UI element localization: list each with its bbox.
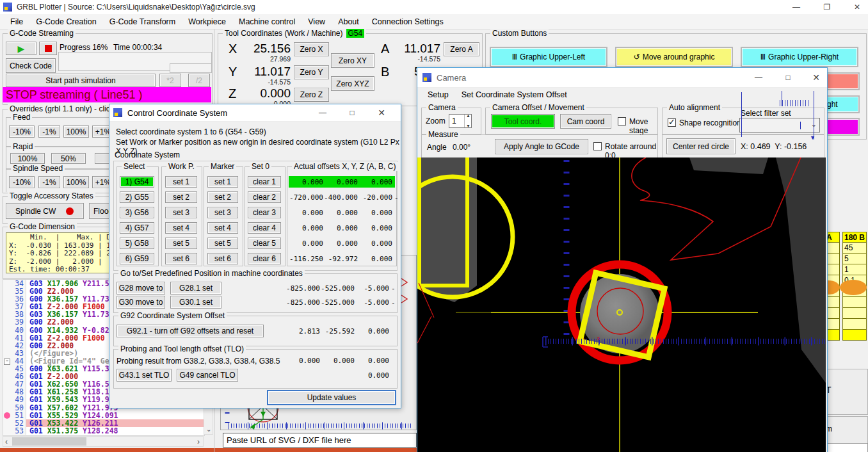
custom-button-fragment-3[interactable] xyxy=(823,118,860,136)
scroll-right-icon[interactable]: › xyxy=(197,437,200,446)
zero-x-button[interactable]: Zero X xyxy=(294,42,329,56)
custom-button-move-around-graphic[interactable]: ↺Move around graphic xyxy=(615,47,733,67)
dialog-maximize-button[interactable]: □ xyxy=(342,107,362,118)
select-4-g57[interactable]: 4) G57 xyxy=(120,222,154,234)
shape-recognition-checkbox[interactable] xyxy=(668,118,676,127)
clear-4[interactable]: clear 4 xyxy=(248,222,281,234)
start-stream-button[interactable]: ▶ xyxy=(6,42,36,55)
fold-icon[interactable]: − xyxy=(4,359,10,365)
zoom-spinner[interactable]: 1 ▲ ▼ xyxy=(449,114,472,128)
menu-machine-control[interactable]: Machine control xyxy=(232,14,301,29)
dialog-minimize-button[interactable]: — xyxy=(313,107,332,118)
filter-set-dropdown[interactable]: ⌄ xyxy=(739,118,820,133)
camera-minimize-button[interactable]: — xyxy=(749,72,768,83)
apply-angle-button[interactable]: Apply Angle to GCode xyxy=(495,139,588,154)
speed-x2-button[interactable]: *2 xyxy=(159,74,181,87)
spindle-100-button[interactable]: 100% xyxy=(63,176,89,188)
camera-maximize-button[interactable]: □ xyxy=(778,72,798,83)
marker-set-3[interactable]: set 3 xyxy=(207,207,238,218)
spindle-cw-button[interactable]: Spindle CW xyxy=(6,203,84,219)
center-red-circle-button[interactable]: Center red circle xyxy=(666,138,735,154)
menu-workpiece[interactable]: Workpiece xyxy=(182,14,232,29)
marker-set-1[interactable]: set 1 xyxy=(207,176,238,188)
spindle-minus1-button[interactable]: -1% xyxy=(38,176,60,188)
spinner-up-icon[interactable]: ▲ xyxy=(466,113,470,118)
g28-move-to-button[interactable]: G28 move to xyxy=(117,282,165,295)
clear-5[interactable]: clear 5 xyxy=(248,238,281,249)
menu-view[interactable]: View xyxy=(301,14,332,29)
stop-streaming-banner[interactable]: STOP streaming ( Line51 ) xyxy=(3,87,211,102)
g30-1-set-button[interactable]: G30.1 set xyxy=(170,296,221,309)
g49-cancel-tlo-button[interactable]: G49 cancel TLO xyxy=(177,369,238,382)
workp-set-1[interactable]: set 1 xyxy=(165,176,197,188)
check-code-button[interactable]: Check Code xyxy=(6,58,56,73)
marker-set-6[interactable]: set 6 xyxy=(207,253,238,264)
workp-set-5[interactable]: set 5 xyxy=(165,238,197,249)
select-5-g58[interactable]: 5) G58 xyxy=(120,238,154,249)
paste-url-input[interactable] xyxy=(223,433,417,448)
gcode-hscrollbar[interactable]: ‹ › xyxy=(3,436,204,447)
jog-step-cell[interactable]: 45 xyxy=(842,243,867,254)
menu-g-code-transform[interactable]: G-Code Transform xyxy=(103,14,182,29)
restore-button[interactable]: ❐ xyxy=(817,1,837,13)
speed-div2-button[interactable]: /2 xyxy=(188,74,210,87)
menu-about[interactable]: About xyxy=(332,14,366,29)
tool-coord-button[interactable]: Tool coord. xyxy=(491,114,555,129)
menu-connection-settings[interactable]: Connection Settings xyxy=(366,14,450,29)
update-values-button[interactable]: Update values xyxy=(267,390,396,405)
camera-view[interactable]: x xyxy=(417,157,826,452)
zero-z-button[interactable]: Zero Z xyxy=(294,88,329,102)
menu-g-code-creation[interactable]: G-Code Creation xyxy=(29,14,103,29)
custom-button-graphic-upper-right[interactable]: ⅢGraphic Upper-Right xyxy=(741,47,858,67)
g28-1-set-button[interactable]: G28.1 set xyxy=(170,282,221,295)
select-6-g59[interactable]: 6) G59 xyxy=(120,253,154,264)
zero-y-button[interactable]: Zero Y xyxy=(294,65,329,79)
rapid-100-button[interactable]: 100% xyxy=(10,153,45,164)
feed-minus1-button[interactable]: -1% xyxy=(38,125,60,138)
jog-step-cell[interactable] xyxy=(842,308,867,319)
camera-menu-setup[interactable]: Setup xyxy=(421,87,455,102)
scroll-left-icon[interactable]: ‹ xyxy=(5,437,8,446)
jog-step-cell[interactable] xyxy=(842,297,867,308)
simulate-button[interactable]: Start path simulation xyxy=(6,74,156,87)
custom-button-fragment-1[interactable] xyxy=(823,72,860,90)
custom-button-fragment-2[interactable]: ght xyxy=(823,95,860,113)
zero-xy-button[interactable]: Zero XY xyxy=(331,53,374,68)
clear-3[interactable]: clear 3 xyxy=(248,207,281,218)
clear-6[interactable]: clear 6 xyxy=(248,253,281,264)
clear-1[interactable]: clear 1 xyxy=(248,176,281,188)
minimize-button[interactable]: — xyxy=(786,1,807,13)
workp-set-3[interactable]: set 3 xyxy=(165,207,197,218)
zero-xyz-button[interactable]: Zero XYZ xyxy=(331,76,374,91)
g92-reset-button[interactable]: G92.1 - turn off G92 offsets and reset xyxy=(117,325,264,337)
jog-step-cell[interactable] xyxy=(842,319,867,330)
workp-set-2[interactable]: set 2 xyxy=(165,191,197,203)
zero-a-button[interactable]: Zero A xyxy=(444,42,479,56)
marker-set-2[interactable]: set 2 xyxy=(207,191,238,203)
marker-set-5[interactable]: set 5 xyxy=(207,238,238,249)
workp-set-4[interactable]: set 4 xyxy=(165,222,197,234)
dialog-close-button[interactable]: ✕ xyxy=(372,107,391,118)
close-button[interactable]: ✕ xyxy=(848,1,867,13)
jog-step-cell[interactable]: 1 xyxy=(842,264,867,275)
select-2-g55[interactable]: 2) G55 xyxy=(120,191,154,203)
jog-step-cell[interactable]: 5 xyxy=(842,254,867,264)
feed-100-button[interactable]: 100% xyxy=(63,125,89,138)
select-1-g54[interactable]: 1) G54 xyxy=(120,176,154,188)
camera-menu-set-coordinate-system-offset[interactable]: Set Coordinate System Offset xyxy=(455,87,574,102)
custom-button-graphic-upper-left[interactable]: ⅢGraphic Upper-Left xyxy=(490,47,607,67)
marker-set-4[interactable]: set 4 xyxy=(207,222,238,234)
camera-close-button[interactable]: ✕ xyxy=(808,72,824,83)
hscroll-thumb[interactable] xyxy=(12,437,86,446)
jog-bottom-cell[interactable] xyxy=(842,330,867,341)
g43-set-tlo-button[interactable]: G43.1 set TLO xyxy=(117,369,172,382)
feed-minus10-button[interactable]: -10% xyxy=(9,125,35,138)
spindle-minus10-button[interactable]: -10% xyxy=(9,176,35,188)
spinner-down-icon[interactable]: ▼ xyxy=(466,124,470,128)
gcode-line-53[interactable]: 53G01 X51.375 Y128.248 xyxy=(3,427,204,435)
clear-2[interactable]: clear 2 xyxy=(248,191,281,203)
move-stage-checkbox[interactable] xyxy=(618,117,626,125)
workp-set-6[interactable]: set 6 xyxy=(165,253,197,264)
g30-move-to-button[interactable]: G30 move to xyxy=(117,296,165,309)
stop-stream-button[interactable] xyxy=(39,42,57,55)
